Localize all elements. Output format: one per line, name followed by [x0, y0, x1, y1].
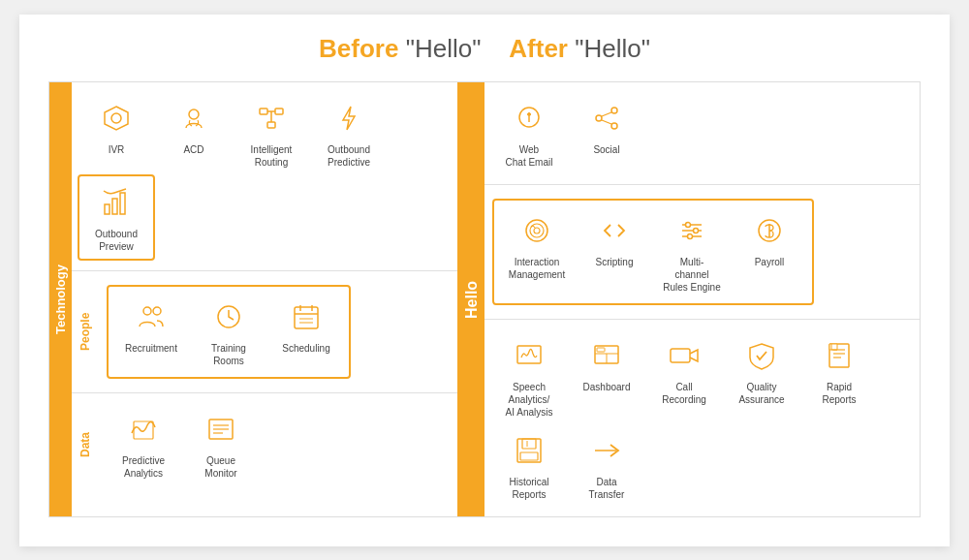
svg-rect-10 — [120, 193, 125, 214]
svg-rect-54 — [522, 439, 536, 449]
after-label: After — [509, 34, 568, 63]
camera-icon — [664, 335, 704, 376]
data-transfer-label: DataTransfer — [589, 476, 625, 501]
svg-rect-20 — [134, 421, 153, 439]
interaction-label: InteractionManagement — [509, 256, 565, 281]
item-outbound-predictive: OutboundPredictive — [310, 92, 388, 174]
before-people-row: People Recruitment — [72, 271, 457, 393]
item-ivr: IVR — [78, 92, 155, 162]
item-scripting: Scripting — [576, 204, 653, 299]
hello-label: Hello — [459, 82, 484, 516]
code-icon — [594, 210, 635, 251]
rules-engine-label: Multi-channelRules Engine — [663, 256, 720, 294]
svg-rect-46 — [597, 348, 605, 352]
svg-rect-47 — [671, 349, 690, 362]
acd-label: ACD — [183, 143, 203, 156]
dollar-icon — [749, 210, 790, 251]
transfer-icon — [586, 430, 627, 471]
after-people-content: InteractionManagement Scripting — [484, 185, 920, 319]
rapid-reports-icon — [819, 335, 860, 376]
svg-point-32 — [526, 220, 547, 241]
list-icon — [201, 409, 241, 450]
item-interaction-mgmt: InteractionManagement — [498, 204, 576, 299]
header: Before "Hello" After "Hello" — [48, 34, 921, 64]
chat-icon — [509, 98, 549, 139]
item-data-transfer: DataTransfer — [568, 424, 645, 507]
svg-rect-4 — [267, 122, 275, 128]
item-queue-monitor: QueueMonitor — [182, 403, 260, 485]
speech-label: SpeechAnalytics/AI Analysis — [506, 381, 553, 419]
training-icon — [208, 296, 249, 337]
technology-side-label: Technology — [49, 82, 72, 516]
scripting-label: Scripting — [596, 256, 634, 268]
call-recording-label: CallRecording — [662, 381, 706, 406]
save-icon — [509, 430, 549, 471]
svg-point-27 — [611, 108, 617, 113]
after-people-group: InteractionManagement Scripting — [492, 199, 814, 305]
svg-point-12 — [153, 307, 161, 315]
before-label: Before — [319, 34, 398, 63]
svg-rect-14 — [295, 307, 318, 328]
svg-point-11 — [143, 307, 151, 315]
svg-point-29 — [611, 123, 617, 129]
target-icon — [516, 210, 557, 251]
svg-line-31 — [602, 120, 611, 124]
wave-icon — [123, 409, 164, 450]
after-data-row: SpeechAnalytics/AI Analysis Dashboard — [484, 320, 920, 516]
routing-icon — [251, 98, 292, 139]
before-tech-row: IVR ACD — [72, 82, 457, 271]
item-social: Social — [568, 92, 645, 162]
before-people-content: Recruitment TrainingRooms — [99, 271, 457, 392]
before-people-group: Recruitment TrainingRooms — [107, 285, 351, 379]
item-historical-reports: HistoricalReports — [490, 424, 568, 507]
item-rapid-reports: RapidReports — [800, 329, 878, 412]
svg-point-26 — [528, 112, 531, 115]
page-title: Before "Hello" After "Hello" — [48, 34, 921, 64]
item-call-recording: CallRecording — [645, 329, 723, 412]
training-label: TrainingRooms — [211, 342, 246, 367]
payroll-label: Payroll — [755, 256, 785, 268]
item-predictive-analytics: PredictiveAnalytics — [105, 403, 182, 485]
qa-label: QualityAssurance — [738, 381, 784, 406]
recruitment-icon — [131, 296, 172, 337]
people-side-label: People — [72, 271, 99, 392]
svg-marker-52 — [829, 344, 837, 350]
barchart-icon — [96, 182, 137, 223]
before-tech-content: IVR ACD — [72, 82, 457, 270]
item-acd: ACD — [155, 92, 233, 162]
item-quality-assurance: QualityAssurance — [723, 329, 800, 412]
acd-icon — [173, 98, 214, 139]
after-quote: "Hello" — [575, 34, 650, 63]
svg-point-38 — [686, 222, 691, 227]
svg-rect-42 — [517, 346, 541, 363]
svg-point-1 — [189, 109, 199, 119]
after-section: WebChat Email Social — [484, 82, 920, 516]
item-training-rooms: TrainingRooms — [190, 291, 267, 373]
after-data-content: SpeechAnalytics/AI Analysis Dashboard — [484, 320, 920, 516]
main-layout: Technology IVR — [48, 81, 921, 517]
shield2-icon — [741, 335, 782, 376]
svg-rect-3 — [275, 109, 283, 114]
rapid-reports-label: RapidReports — [822, 381, 856, 406]
scheduling-label: Scheduling — [282, 342, 329, 355]
ivr-label: IVR — [109, 143, 125, 156]
content-area: IVR ACD — [72, 82, 920, 516]
item-intelligent-routing: IntelligentRouting — [233, 92, 310, 174]
dashboard-label: Dashboard — [583, 381, 631, 393]
after-tech-content: WebChat Email Social — [484, 82, 920, 184]
predictive-label: OutboundPredictive — [328, 143, 370, 169]
social-icon — [586, 98, 627, 139]
social-label: Social — [593, 143, 619, 156]
routing-label: IntelligentRouting — [251, 143, 293, 169]
before-data-row: Data PredictiveAnalytics — [72, 393, 457, 495]
svg-point-40 — [688, 233, 693, 238]
predictive-analytics-label: PredictiveAnalytics — [122, 454, 165, 480]
item-rules-engine: Multi-channelRules Engine — [653, 204, 731, 299]
before-quote: "Hello" — [406, 34, 482, 63]
item-scheduling: Scheduling — [267, 291, 345, 373]
web-chat-label: WebChat Email — [506, 143, 553, 169]
before-section: IVR ACD — [72, 82, 459, 516]
svg-rect-8 — [105, 204, 109, 214]
svg-rect-55 — [520, 452, 538, 460]
item-payroll: Payroll — [731, 204, 808, 299]
